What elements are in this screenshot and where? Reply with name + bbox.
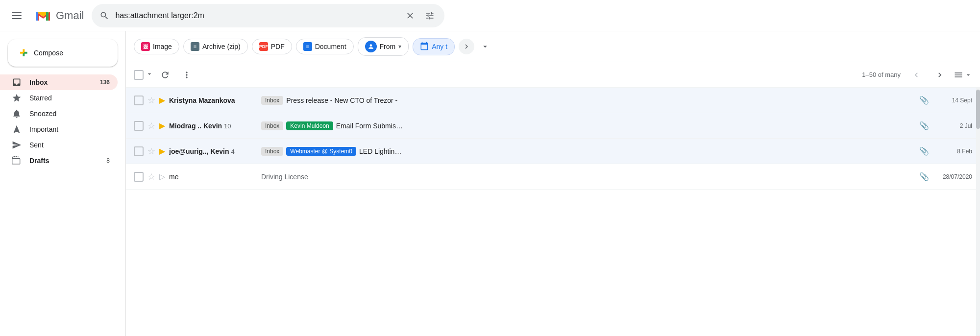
search-input[interactable] bbox=[115, 11, 397, 20]
attachment-icon-1: 📎 bbox=[919, 96, 929, 105]
refresh-button[interactable] bbox=[155, 65, 175, 85]
drafts-icon bbox=[12, 156, 22, 166]
star-button-4[interactable]: ☆ bbox=[147, 171, 155, 182]
important-icon bbox=[12, 124, 22, 134]
archive-chip-label: Archive (zip) bbox=[202, 43, 241, 50]
sidebar-item-inbox[interactable]: Inbox 136 bbox=[0, 74, 118, 90]
search-filter-button[interactable] bbox=[423, 9, 437, 23]
more-chips-button[interactable] bbox=[459, 39, 474, 54]
hamburger-menu-button[interactable] bbox=[8, 7, 25, 24]
pdf-chip-label: PDF bbox=[271, 43, 285, 50]
star-icon bbox=[12, 93, 22, 103]
email-row[interactable]: ☆ ▶ joe@uurig.., Kevin 4 Inbox Webmaster… bbox=[126, 139, 980, 164]
starred-label: Starred bbox=[29, 94, 110, 102]
chips-dropdown-button[interactable] bbox=[478, 40, 492, 53]
search-clear-button[interactable] bbox=[403, 9, 417, 23]
toolbar: 1–50 of many bbox=[126, 62, 980, 88]
scrollbar[interactable] bbox=[976, 88, 980, 336]
subject-2: Email Form Submis… bbox=[336, 122, 403, 130]
email-row[interactable]: ☆ ▶ Miodrag .. Kevin 10 Inbox Kevin Muld… bbox=[126, 113, 980, 139]
filter-chip-archive[interactable]: ≡ Archive (zip) bbox=[183, 39, 248, 54]
star-button-3[interactable]: ☆ bbox=[147, 146, 155, 157]
select-all-checkbox[interactable] bbox=[134, 70, 144, 80]
hamburger-icon bbox=[12, 11, 22, 21]
toolbar-right: 1–50 of many bbox=[862, 65, 972, 85]
label-kevin-2: Kevin Muldoon bbox=[286, 121, 333, 130]
label-webmaster-3: Webmaster @ System0 bbox=[286, 147, 356, 156]
inbox-count: 136 bbox=[100, 79, 110, 86]
sidebar-item-starred[interactable]: Starred bbox=[0, 90, 118, 106]
important-marker-1[interactable]: ▶ bbox=[159, 96, 165, 105]
toolbar-left bbox=[134, 65, 860, 85]
archive-chip-icon: ≡ bbox=[191, 42, 199, 51]
next-page-button[interactable] bbox=[930, 65, 950, 85]
svg-rect-0 bbox=[12, 12, 22, 13]
email-checkbox-2[interactable] bbox=[134, 121, 144, 131]
svg-rect-1 bbox=[12, 15, 22, 16]
sent-label: Sent bbox=[29, 141, 110, 149]
select-all-button[interactable] bbox=[134, 70, 153, 80]
filter-chip-any-date[interactable]: Any t bbox=[413, 38, 455, 55]
important-marker-2[interactable]: ▶ bbox=[159, 121, 165, 130]
labels-subject-3: Inbox Webmaster @ System0 LED Lightin… bbox=[261, 147, 915, 156]
sidebar-item-drafts[interactable]: Drafts 8 bbox=[0, 153, 118, 168]
filter-chip-document[interactable]: ≡ Document bbox=[296, 39, 354, 54]
filter-bar: 🖼 Image ≡ Archive (zip) PDF PDF ≡ Docume… bbox=[126, 31, 980, 62]
subject-1: Press release - New CTO of Trezor - bbox=[286, 96, 397, 104]
filter-chip-image[interactable]: 🖼 Image bbox=[134, 39, 179, 54]
gmail-text: Gmail bbox=[56, 9, 84, 22]
compose-plus-icon: ✚ bbox=[20, 47, 28, 59]
sidebar-item-sent[interactable]: Sent bbox=[0, 137, 118, 153]
content-area: 🖼 Image ≡ Archive (zip) PDF PDF ≡ Docume… bbox=[125, 31, 980, 336]
snooze-icon bbox=[12, 109, 22, 119]
labels-subject-1: Inbox Press release - New CTO of Trezor … bbox=[261, 96, 915, 105]
attachment-icon-3: 📎 bbox=[919, 146, 929, 156]
view-toggle[interactable] bbox=[954, 70, 972, 80]
email-list: ☆ ▶ Kristyna Mazankova Inbox Press relea… bbox=[126, 88, 980, 336]
attachment-icon-2: 📎 bbox=[919, 121, 929, 130]
from-avatar-icon bbox=[365, 41, 377, 52]
date-1: 14 Sept bbox=[933, 97, 972, 104]
date-3: 8 Feb bbox=[933, 148, 972, 155]
pdf-chip-icon: PDF bbox=[259, 42, 268, 51]
top-bar: Gmail bbox=[0, 0, 980, 31]
select-dropdown-icon[interactable] bbox=[146, 70, 153, 79]
attachment-icon-4: 📎 bbox=[919, 172, 929, 181]
sender-3: joe@uurig.., Kevin 4 bbox=[169, 147, 257, 155]
more-options-button[interactable] bbox=[177, 65, 196, 85]
inbox-label: Inbox bbox=[29, 78, 92, 86]
prev-page-button[interactable] bbox=[906, 65, 926, 85]
scrollbar-thumb[interactable] bbox=[976, 90, 980, 129]
important-marker-3[interactable]: ▶ bbox=[159, 146, 165, 156]
sender-2: Miodrag .. Kevin 10 bbox=[169, 122, 257, 130]
email-checkbox-3[interactable] bbox=[134, 146, 144, 156]
star-button-1[interactable]: ☆ bbox=[147, 95, 155, 106]
date-4: 28/07/2020 bbox=[933, 173, 972, 180]
sender-1: Kristyna Mazankova bbox=[169, 96, 257, 104]
email-row[interactable]: ☆ ▶ Kristyna Mazankova Inbox Press relea… bbox=[126, 88, 980, 113]
sidebar-item-snoozed[interactable]: Snoozed bbox=[0, 106, 118, 121]
filter-chip-pdf[interactable]: PDF PDF bbox=[252, 39, 292, 54]
gmail-logo[interactable]: Gmail bbox=[33, 6, 84, 25]
filter-chip-from[interactable]: From ▾ bbox=[358, 37, 409, 56]
sent-icon bbox=[12, 140, 22, 150]
important-marker-4[interactable]: ▷ bbox=[159, 172, 165, 181]
email-checkbox-4[interactable] bbox=[134, 172, 144, 182]
compose-button[interactable]: ✚ Compose bbox=[8, 39, 118, 67]
doc-chip-label: Document bbox=[315, 43, 346, 50]
email-row[interactable]: ☆ ▷ me Driving License 📎 28/07/2020 bbox=[126, 164, 980, 190]
svg-rect-2 bbox=[12, 18, 22, 19]
any-date-label: Any t bbox=[432, 43, 447, 50]
compose-label: Compose bbox=[34, 49, 63, 57]
image-chip-icon: 🖼 bbox=[141, 42, 150, 51]
labels-subject-4: Driving License bbox=[261, 173, 915, 181]
calendar-chip-icon bbox=[420, 42, 429, 52]
star-button-2[interactable]: ☆ bbox=[147, 120, 155, 131]
search-icon bbox=[99, 11, 109, 21]
email-checkbox-1[interactable] bbox=[134, 96, 144, 105]
gmail-m-icon bbox=[33, 6, 53, 25]
pagination-info: 1–50 of many bbox=[862, 71, 901, 78]
labels-subject-2: Inbox Kevin Muldoon Email Form Submis… bbox=[261, 121, 915, 130]
drafts-count: 8 bbox=[106, 157, 110, 164]
sidebar-item-important[interactable]: Important bbox=[0, 121, 118, 137]
